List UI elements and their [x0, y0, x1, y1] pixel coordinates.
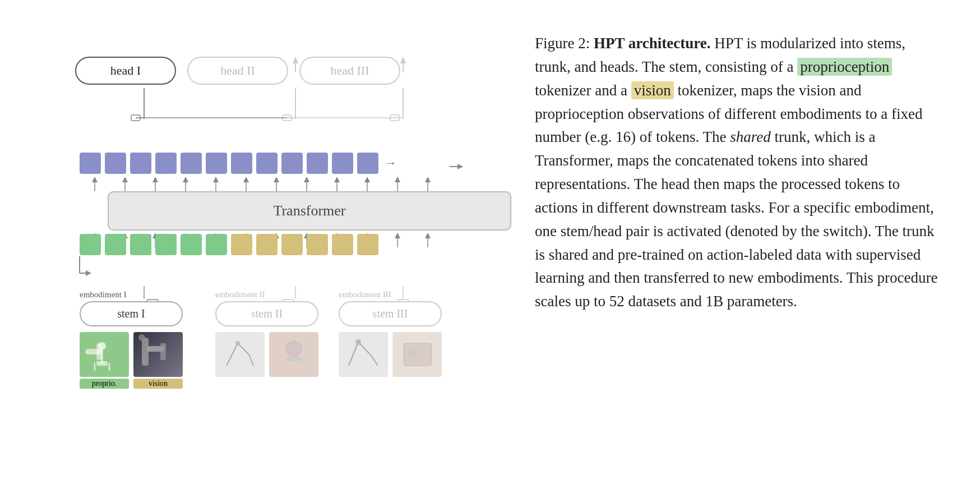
svg-marker-40 [395, 177, 400, 182]
token-green-6 [206, 234, 227, 255]
svg-line-101 [371, 356, 378, 366]
svg-line-99 [349, 342, 358, 366]
token-green-2 [105, 234, 126, 255]
transformer-label: Transformer [273, 202, 345, 219]
highlight-proprioception: proprioception [797, 58, 892, 76]
embodiment-1-label: embodiment I [80, 290, 127, 300]
svg-point-84 [98, 342, 106, 350]
thumb-1-label: proprio. [80, 379, 129, 389]
svg-marker-38 [364, 177, 370, 182]
svg-marker-36 [334, 177, 340, 182]
svg-line-95 [249, 354, 253, 366]
caption-panel: Figure 2: HPT architecture. HPT is modul… [535, 32, 939, 314]
token-purple-6 [206, 153, 227, 174]
token-tan-5 [332, 234, 353, 255]
svg-line-94 [238, 343, 249, 354]
head-3-label: head III [330, 63, 369, 77]
svg-rect-7 [131, 115, 140, 121]
thumb-emb3-2 [392, 332, 442, 377]
embodiment-2-label: embodiment II [215, 290, 265, 300]
svg-rect-98 [286, 357, 302, 361]
token-tan-4 [307, 234, 328, 255]
tokens-right-arrow: → [385, 156, 397, 171]
thumb-robot-arm [80, 332, 129, 377]
stem-2-box: stem II [215, 301, 318, 326]
token-tan-1 [231, 234, 252, 255]
svg-marker-18 [457, 164, 463, 169]
svg-marker-30 [243, 177, 249, 182]
svg-marker-69 [86, 270, 91, 276]
svg-point-91 [138, 334, 145, 341]
svg-marker-20 [92, 177, 98, 182]
transformer-box: Transformer [108, 191, 511, 231]
caption-text4: trunk, which is a Transformer, maps the … [535, 128, 938, 310]
head-2-label: head II [220, 63, 255, 77]
svg-marker-28 [213, 177, 219, 182]
svg-marker-42 [425, 177, 431, 182]
svg-marker-22 [122, 177, 128, 182]
caption-bold: HPT architecture. [594, 35, 710, 52]
token-purple-10 [307, 153, 328, 174]
embodiment-3-thumbs [339, 332, 442, 377]
svg-point-97 [286, 341, 302, 357]
caption-figure-num: Figure 2: [535, 35, 590, 52]
svg-point-102 [355, 339, 361, 345]
token-tan-3 [281, 234, 303, 255]
token-purple-11 [332, 153, 353, 174]
stem-3-label: stem III [373, 307, 408, 320]
thumb-emb3-1 [339, 332, 388, 377]
svg-marker-64 [395, 233, 400, 238]
svg-line-93 [226, 343, 238, 366]
svg-rect-92 [160, 343, 166, 360]
svg-marker-66 [425, 233, 431, 238]
svg-rect-89 [142, 338, 149, 366]
token-purple-3 [130, 153, 151, 174]
token-tan-6 [357, 234, 378, 255]
svg-rect-13 [390, 115, 399, 121]
diagram: head I head II head III [41, 32, 501, 453]
stem-2-label: stem II [251, 307, 283, 320]
svg-rect-10 [283, 115, 292, 121]
token-green-3 [130, 234, 151, 255]
token-tan-2 [256, 234, 278, 255]
embodiment-3-header: embodiment III [339, 290, 442, 300]
token-green-5 [181, 234, 202, 255]
svg-marker-32 [274, 177, 279, 182]
embodiment-3-label: embodiment III [339, 290, 391, 300]
thumb-robot-photo [133, 332, 183, 377]
svg-point-96 [235, 341, 240, 346]
head-1-box: head I [75, 57, 176, 85]
stem-3-box: stem III [339, 301, 442, 326]
embodiment-2-thumbs [215, 332, 318, 377]
token-green-4 [155, 234, 177, 255]
svg-marker-26 [183, 177, 188, 182]
token-purple-7 [231, 153, 252, 174]
token-purple-8 [256, 153, 278, 174]
token-purple-9 [281, 153, 303, 174]
stem-1-box: stem I [80, 301, 183, 326]
svg-marker-24 [152, 177, 158, 182]
embodiment-1-header: embodiment I [80, 290, 183, 300]
thumb-2-label: vision [133, 379, 183, 389]
token-purple-1 [80, 153, 101, 174]
embodiment-2-header: embodiment II [215, 290, 318, 300]
token-green-1 [80, 234, 101, 255]
thumb-emb2-1 [215, 332, 265, 377]
embodiment-1-thumbs: proprio. vision [80, 332, 183, 389]
highlight-vision: vision [631, 81, 674, 99]
svg-marker-5 [400, 57, 406, 63]
caption-italic: shared [730, 128, 771, 145]
svg-marker-34 [304, 177, 309, 182]
head-1-label: head I [110, 63, 141, 77]
svg-rect-86 [96, 361, 108, 366]
thumb-emb2-2 [269, 332, 318, 377]
stem-1-label: stem I [117, 307, 145, 320]
token-purple-2 [105, 153, 126, 174]
svg-point-104 [408, 349, 417, 358]
head-2-box: head II [187, 57, 288, 85]
head-3-box: head III [299, 57, 400, 85]
token-purple-4 [155, 153, 177, 174]
caption-text2: tokenizer and a [535, 82, 631, 99]
token-purple-5 [181, 153, 202, 174]
token-purple-12 [357, 153, 378, 174]
